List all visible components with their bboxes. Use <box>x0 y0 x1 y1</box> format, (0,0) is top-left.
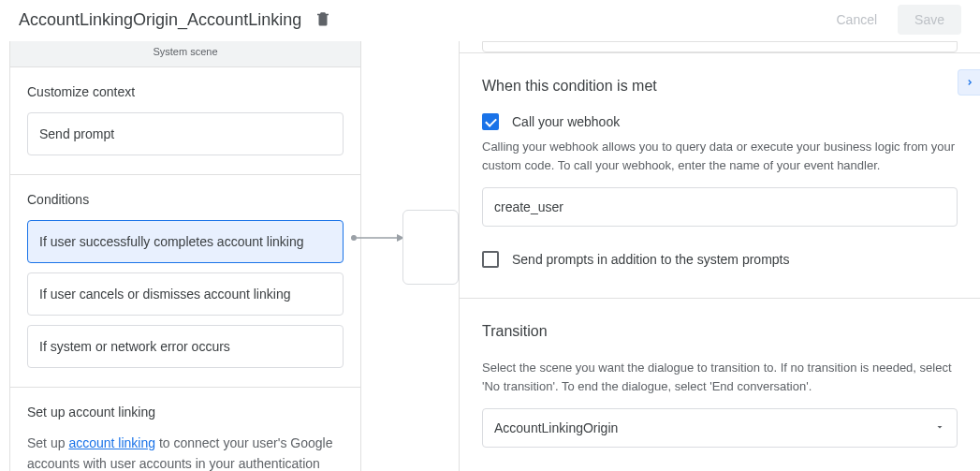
webhook-label: Call your webhook <box>512 114 620 129</box>
section-title: Customize context <box>27 84 344 99</box>
condition-met-section: When this condition is met Call your web… <box>460 52 980 298</box>
page-header: AccountLinkingOrigin_AccountLinking Canc… <box>0 0 980 41</box>
chevron-down-icon <box>934 420 945 435</box>
account-linking-link[interactable]: account linking <box>68 435 155 450</box>
send-prompt-card[interactable]: Send prompt <box>27 112 344 155</box>
section-title: Conditions <box>27 192 344 207</box>
right-panel: When this condition is met Call your web… <box>459 41 980 471</box>
condition-card[interactable]: If system or network error occurs <box>27 325 344 368</box>
condition-card-selected[interactable]: If user successfully completes account l… <box>27 220 344 263</box>
transition-value: AccountLinkingOrigin <box>494 420 618 435</box>
transition-section: Transition Select the scene you want the… <box>460 298 980 470</box>
transition-select[interactable]: AccountLinkingOrigin <box>482 408 958 448</box>
prompts-label: Send prompts in addition to the system p… <box>512 252 789 267</box>
page-title: AccountLinkingOrigin_AccountLinking <box>19 10 301 30</box>
condition-card[interactable]: If user cancels or dismisses account lin… <box>27 272 344 316</box>
section-title: Set up account linking <box>27 405 344 419</box>
transition-description: Select the scene you want the dialogue t… <box>482 359 958 395</box>
webhook-description: Calling your webhook allows you to query… <box>482 138 958 174</box>
delete-icon[interactable] <box>314 10 331 30</box>
setup-section: Set up account linking Set up account li… <box>10 388 360 471</box>
left-panel: System scene Customize context Send prom… <box>9 41 361 471</box>
setup-help-text: Set up account linking to connect your u… <box>27 433 344 471</box>
save-button[interactable]: Save <box>898 5 961 35</box>
webhook-checkbox[interactable] <box>482 113 499 130</box>
conditions-section: Conditions If user successfully complete… <box>10 175 360 388</box>
node-box[interactable] <box>402 210 459 285</box>
cancel-button[interactable]: Cancel <box>819 5 894 35</box>
section-title: When this condition is met <box>482 78 958 95</box>
system-scene-label: System scene <box>10 41 360 67</box>
collapsed-card-edge <box>482 41 958 52</box>
prompts-checkbox-row: Send prompts in addition to the system p… <box>482 251 958 268</box>
customize-context-section: Customize context Send prompt <box>10 67 360 175</box>
webhook-checkbox-row: Call your webhook <box>482 113 958 130</box>
prompts-checkbox[interactable] <box>482 251 499 268</box>
webhook-handler-input[interactable] <box>482 187 958 227</box>
section-title: Transition <box>482 323 958 340</box>
expand-tab[interactable] <box>958 69 980 96</box>
